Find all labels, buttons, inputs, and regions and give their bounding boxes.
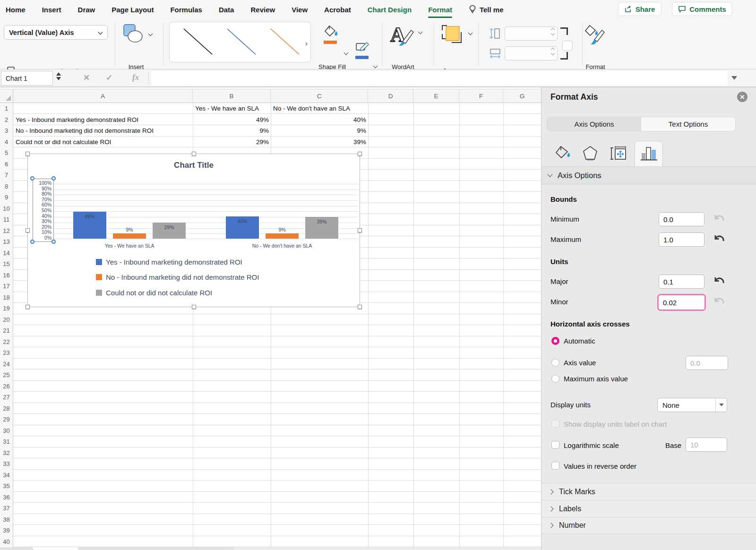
chart-object[interactable]: Chart Title 49%9%29% 40%9%39% 100%90%80%… bbox=[27, 154, 360, 307]
reverse-order-checkbox[interactable] bbox=[551, 462, 559, 470]
column-header-a[interactable]: A bbox=[13, 89, 193, 103]
cell-b4[interactable]: 29% bbox=[193, 137, 271, 147]
stepper-icons[interactable] bbox=[551, 48, 554, 55]
row-header[interactable]: 26 bbox=[0, 381, 13, 392]
chart-resize-handle[interactable] bbox=[26, 152, 30, 156]
cell-a3[interactable]: No - Inbound marketing did not demonstra… bbox=[14, 125, 193, 136]
tick-marks-section[interactable]: Tick Marks bbox=[541, 483, 756, 500]
legend-item[interactable]: No - Inbound marketing did not demonstra… bbox=[96, 272, 259, 282]
chart-resize-handle[interactable] bbox=[358, 305, 362, 309]
size-properties-icon[interactable] bbox=[610, 145, 627, 162]
menu-formulas[interactable]: Formulas bbox=[170, 6, 202, 14]
row-header[interactable]: 5 bbox=[0, 147, 13, 159]
row-header[interactable]: 17 bbox=[0, 281, 13, 292]
bar-series2-cat0[interactable]: 29% bbox=[153, 223, 186, 239]
name-box-stepper[interactable] bbox=[56, 72, 61, 80]
row-header[interactable]: 15 bbox=[0, 258, 13, 270]
minimum-input[interactable]: 0.0 bbox=[659, 212, 704, 226]
menu-data[interactable]: Data bbox=[219, 6, 234, 14]
row-header[interactable]: 29 bbox=[0, 414, 13, 425]
select-all-corner[interactable] bbox=[0, 89, 13, 103]
row-header[interactable]: 4 bbox=[0, 137, 13, 148]
shape-outline-button[interactable] bbox=[355, 42, 370, 59]
chart-element-dropdown[interactable]: Vertical (Value) Axis bbox=[4, 25, 108, 40]
automatic-radio[interactable] bbox=[551, 337, 559, 345]
row-header[interactable]: 30 bbox=[0, 425, 13, 437]
menu-view[interactable]: View bbox=[292, 6, 308, 14]
axis-selection-handle[interactable] bbox=[30, 240, 34, 244]
sheet-tab[interactable] bbox=[78, 547, 234, 550]
bar-series1-cat0[interactable]: 9% bbox=[113, 233, 146, 239]
chart-resize-handle[interactable] bbox=[192, 305, 196, 309]
bar-series0-cat1[interactable]: 40% bbox=[226, 216, 259, 239]
formula-input[interactable] bbox=[151, 71, 728, 86]
row-header[interactable]: 28 bbox=[0, 403, 13, 414]
labels-section[interactable]: Labels bbox=[541, 500, 756, 517]
wordart-styles-button[interactable]: A bbox=[388, 23, 416, 49]
major-input[interactable]: 0.1 bbox=[659, 275, 704, 289]
cell-b2[interactable]: 49% bbox=[193, 114, 271, 125]
undo-icon[interactable] bbox=[713, 233, 725, 245]
axis-selection-handle[interactable] bbox=[52, 176, 56, 180]
row-header[interactable]: 39 bbox=[0, 525, 13, 536]
cell-b1[interactable]: Yes - We have an SLA bbox=[193, 103, 271, 114]
row-header[interactable]: 3 bbox=[0, 125, 13, 137]
row-header[interactable]: 9 bbox=[0, 192, 13, 203]
menu-chart-design[interactable]: Chart Design bbox=[368, 6, 412, 14]
column-header-b[interactable]: B bbox=[193, 89, 271, 103]
insert-shapes-button[interactable] bbox=[123, 24, 146, 47]
sheet-tab[interactable] bbox=[0, 547, 33, 550]
row-header[interactable]: 8 bbox=[0, 181, 13, 192]
chart-resize-handle[interactable] bbox=[358, 228, 362, 232]
shape-width-field[interactable] bbox=[505, 46, 558, 60]
shape-fill-button[interactable] bbox=[324, 25, 340, 44]
logarithmic-scale-checkbox[interactable] bbox=[551, 441, 559, 449]
chart-resize-handle[interactable] bbox=[192, 152, 196, 156]
row-header[interactable]: 14 bbox=[0, 248, 13, 259]
row-header[interactable]: 40 bbox=[0, 536, 13, 548]
bar-series0-cat0[interactable]: 49% bbox=[73, 212, 106, 239]
number-section[interactable]: Number bbox=[541, 517, 756, 534]
column-header-g[interactable]: G bbox=[503, 89, 541, 103]
format-pane-button[interactable] bbox=[585, 24, 606, 48]
shape-height-field[interactable] bbox=[505, 26, 558, 41]
comments-button[interactable]: Comments bbox=[672, 2, 732, 16]
arrange-button[interactable] bbox=[440, 24, 465, 48]
name-box[interactable]: Chart 1 bbox=[1, 71, 53, 86]
column-header-c[interactable]: C bbox=[271, 89, 368, 103]
formula-bar-expand-icon[interactable] bbox=[731, 76, 737, 80]
close-icon[interactable]: ✕ bbox=[737, 92, 747, 102]
shape-style-gallery[interactable]: › bbox=[169, 22, 311, 62]
row-header[interactable]: 19 bbox=[0, 303, 13, 314]
enter-icon[interactable]: ✓ bbox=[106, 73, 112, 83]
row-header[interactable]: 7 bbox=[0, 170, 13, 181]
cell-c3[interactable]: 9% bbox=[271, 125, 368, 136]
menu-insert[interactable]: Insert bbox=[42, 6, 61, 14]
tab-axis-options[interactable]: Axis Options bbox=[547, 117, 641, 131]
column-header-d[interactable]: D bbox=[368, 89, 413, 103]
chevron-down-icon[interactable] bbox=[344, 51, 349, 55]
fill-line-icon[interactable] bbox=[555, 145, 572, 160]
cancel-icon[interactable]: ✕ bbox=[83, 73, 90, 83]
row-header[interactable]: 38 bbox=[0, 514, 13, 525]
chart-title[interactable]: Chart Title bbox=[28, 161, 360, 170]
chevron-down-icon[interactable] bbox=[373, 64, 378, 69]
row-header[interactable]: 24 bbox=[0, 359, 13, 370]
cell-c1[interactable]: No - We don't have an SLA bbox=[271, 103, 368, 114]
row-header[interactable]: 34 bbox=[0, 470, 13, 481]
axis-selection-handle[interactable] bbox=[52, 240, 56, 244]
active-sheet-tab[interactable] bbox=[33, 547, 78, 550]
bar-series2-cat1[interactable]: 39% bbox=[305, 217, 338, 239]
row-header[interactable]: 10 bbox=[0, 203, 13, 215]
row-header[interactable]: 36 bbox=[0, 492, 13, 503]
category-label-yes[interactable]: Yes - We have an SLA bbox=[77, 243, 181, 249]
row-header[interactable]: 22 bbox=[0, 336, 13, 348]
chart-resize-handle[interactable] bbox=[26, 305, 30, 309]
display-units-dropdown[interactable]: None bbox=[657, 398, 727, 412]
menu-home[interactable]: Home bbox=[6, 6, 26, 14]
row-header[interactable]: 27 bbox=[0, 392, 13, 403]
axis-options-section-header[interactable]: Axis Options bbox=[541, 166, 756, 184]
maximum-input[interactable]: 1.0 bbox=[659, 232, 704, 247]
row-header[interactable]: 6 bbox=[0, 159, 13, 170]
row-header[interactable]: 18 bbox=[0, 292, 13, 303]
